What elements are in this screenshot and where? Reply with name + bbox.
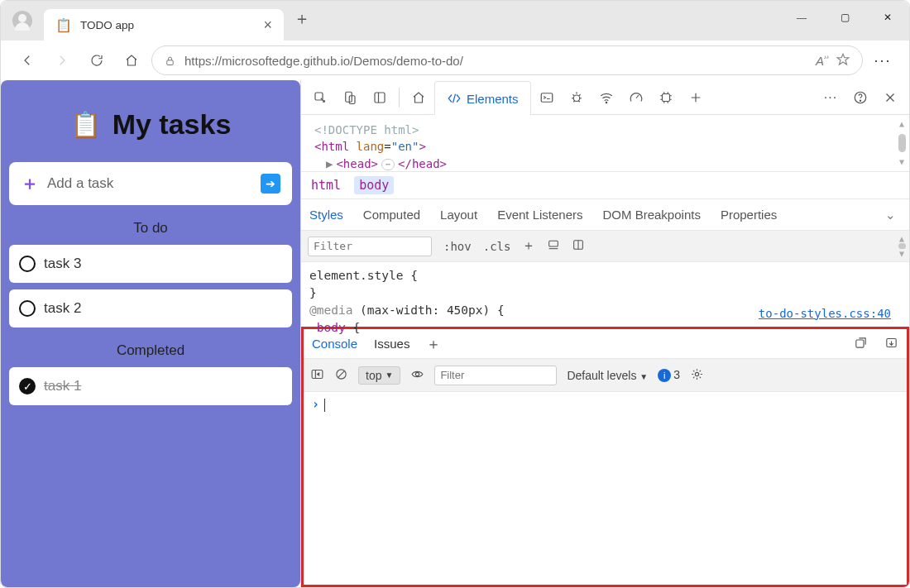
task-item[interactable]: task 2 [9,289,292,327]
styles-tab[interactable]: Styles [309,208,343,222]
cls-toggle[interactable]: .cls [483,240,511,253]
home-button[interactable] [117,45,146,75]
styles-filter-input[interactable] [308,237,432,256]
dom-tree[interactable]: <!DOCTYPE html> <html lang="en"> ▶<head>… [301,115,909,171]
event-listeners-tab[interactable]: Event Listeners [497,208,582,222]
svg-rect-6 [541,93,553,102]
svg-point-25 [416,372,419,375]
maximize-button[interactable]: ▢ [823,1,866,34]
console-filter-input[interactable] [434,366,557,385]
task-item[interactable]: ✓ task 1 [9,367,292,405]
favorite-icon[interactable] [836,52,850,69]
todo-app: 📋My tasks ＋ Add a task ➔ To do task 3 ta… [1,80,300,587]
section-todo-header: To do [9,220,292,237]
checkbox-checked-icon[interactable]: ✓ [19,378,36,394]
task-item[interactable]: task 3 [9,245,292,283]
breadcrumb-item[interactable]: html [311,178,341,193]
console-drawer-icon[interactable] [533,84,561,111]
styles-toolbar: :hov .cls ＋ ▲▼ [301,231,909,262]
properties-tab[interactable]: Properties [721,208,777,222]
console-settings-icon[interactable] [690,367,704,384]
devtools-panel: Elements ··· <!DOCTYPE html> <html lang=… [300,80,909,587]
context-selector[interactable]: top ▼ [358,366,400,385]
hov-toggle[interactable]: :hov [443,240,472,253]
browser-tab[interactable]: 📋 TODO app × [44,9,284,41]
performance-icon[interactable] [622,84,650,111]
computed-tab[interactable]: Computed [363,208,420,222]
flexbox-icon[interactable] [547,238,560,254]
styles-pane[interactable]: element.style { } @media (max-width: 450… [301,262,909,327]
browser-toolbar: https://microsoftedge.github.io/Demos/de… [1,41,909,80]
task-label: task 2 [44,300,81,317]
console-drawer: Console Issues ＋ top ▼ Default levels ▼ … [301,327,909,587]
dock-side-icon[interactable] [366,84,394,111]
app-title: 📋My tasks [9,108,292,141]
checkbox-icon[interactable] [19,300,36,317]
svg-point-13 [860,100,860,101]
issues-badge[interactable]: i3 [658,368,680,382]
chevron-down-icon[interactable]: ⌄ [885,208,901,222]
breadcrumb-item[interactable]: body [354,176,394,194]
console-output[interactable]: › [304,392,907,585]
window-titlebar: 📋 TODO app × ＋ — ▢ ✕ [1,1,909,41]
add-drawer-tab-icon[interactable]: ＋ [426,334,441,354]
elements-tab[interactable]: Elements [434,81,531,116]
stylesheet-link[interactable]: to-do-styles.css:40 [759,305,891,322]
welcome-tab-icon[interactable] [405,84,433,111]
cursor [324,399,325,412]
task-label: task 1 [44,378,81,394]
grid-icon[interactable] [572,238,585,254]
devtools-toolbar: Elements ··· [301,80,909,115]
live-expression-icon[interactable] [410,367,424,384]
profile-avatar-icon[interactable] [12,11,32,31]
drawer-collapse-icon[interactable] [884,336,898,352]
help-icon[interactable] [846,84,874,111]
read-aloud-icon[interactable]: A›› [816,54,824,68]
address-bar[interactable]: https://microsoftedge.github.io/Demos/de… [151,45,863,75]
back-button[interactable] [12,45,42,75]
task-label: task 3 [44,256,81,272]
dom-breadcrumbs[interactable]: html body [301,171,909,199]
close-window-button[interactable]: ✕ [866,1,909,34]
new-style-rule-icon[interactable]: ＋ [522,237,535,255]
minimize-button[interactable]: — [780,1,823,34]
svg-rect-2 [346,92,352,102]
add-task-placeholder: Add a task [47,175,252,192]
clipboard-icon: 📋 [70,110,101,139]
console-toolbar: top ▼ Default levels ▼ i3 [304,359,907,392]
window-controls: — ▢ ✕ [780,1,909,34]
svg-rect-19 [856,339,864,347]
close-devtools-icon[interactable] [876,84,904,111]
close-tab-icon[interactable]: × [263,17,272,34]
site-lock-icon[interactable] [164,55,176,67]
styles-tabbar: Styles Computed Layout Event Listeners D… [301,199,909,231]
more-menu-button[interactable]: ··· [868,45,898,75]
dom-breakpoints-tab[interactable]: DOM Breakpoints [603,208,701,222]
drawer-popout-icon[interactable] [854,336,868,352]
log-level-selector[interactable]: Default levels ▼ [567,369,648,382]
device-toggle-icon[interactable] [336,84,364,111]
sidebar-toggle-icon[interactable] [310,367,324,384]
network-icon[interactable] [592,84,620,111]
console-tab[interactable]: Console [312,337,357,351]
svg-rect-9 [662,93,669,101]
svg-line-24 [338,370,344,376]
more-options-icon[interactable]: ··· [817,84,845,111]
prompt-icon: › [312,397,319,412]
refresh-button[interactable] [82,45,112,75]
forward-button[interactable] [47,45,77,75]
issues-tab[interactable]: Issues [374,337,410,351]
clear-console-icon[interactable] [334,367,348,384]
submit-task-button[interactable]: ➔ [261,174,280,194]
layout-tab[interactable]: Layout [440,208,477,222]
url-text: https://microsoftedge.github.io/Demos/de… [184,54,807,68]
svg-point-26 [695,372,698,375]
section-completed-header: Completed [9,342,292,359]
inspect-element-icon[interactable] [306,84,334,111]
more-tabs-icon[interactable] [682,84,710,111]
checkbox-icon[interactable] [19,256,36,272]
add-task-input[interactable]: ＋ Add a task ➔ [9,162,292,205]
debugger-icon[interactable] [563,84,591,111]
new-tab-button[interactable]: ＋ [294,7,310,30]
memory-icon[interactable] [652,84,680,111]
